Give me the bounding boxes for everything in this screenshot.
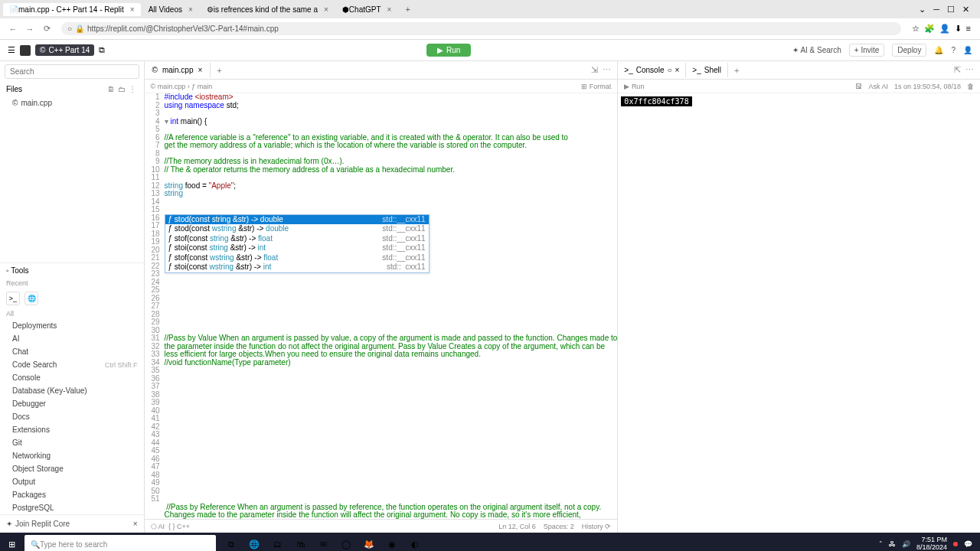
add-tab-button[interactable]: +: [211, 66, 227, 75]
store-icon[interactable]: 🛍: [289, 533, 311, 551]
sidebar-item-deployments[interactable]: Deployments: [0, 319, 144, 332]
minimize-icon[interactable]: ─: [933, 5, 939, 15]
autocomplete-item[interactable]: ƒ stof(const wstring &str) -> floatstd::…: [165, 253, 429, 263]
browser-tab-chatgpt[interactable]: ⬢ ChatGPT×: [336, 3, 398, 16]
tray-chevron-icon[interactable]: ˄: [879, 540, 883, 548]
new-file-icon[interactable]: 🗎: [106, 85, 116, 93]
autocomplete-item[interactable]: ƒ stof(const string &str) -> floatstd::_…: [165, 234, 429, 244]
autocomplete-item[interactable]: ƒ stoi(const wstring &str) -> intstd:: c…: [165, 262, 429, 272]
run-button[interactable]: ▶ Run: [426, 44, 471, 57]
account-icon[interactable]: 👤: [939, 24, 950, 34]
help-icon[interactable]: ?: [951, 46, 956, 54]
reload-button[interactable]: ⟳: [38, 21, 55, 37]
autocomplete-popup[interactable]: ƒ stod(const string &str) -> doublestd::…: [165, 214, 430, 273]
browser-tab-videos[interactable]: All Videos×: [142, 3, 199, 16]
sidebar-item-networking[interactable]: Networking: [0, 449, 144, 462]
download-icon[interactable]: ⬇: [955, 24, 962, 34]
sidebar-item-packages[interactable]: Packages: [0, 488, 144, 501]
sidebar-item-git[interactable]: Git: [0, 436, 144, 449]
firefox-icon[interactable]: 🦊: [358, 533, 380, 551]
avatar[interactable]: 👤: [963, 46, 972, 54]
app2-icon[interactable]: ◉: [381, 533, 403, 551]
more-icon[interactable]: ⋯: [965, 65, 974, 75]
maximize-icon[interactable]: ☐: [947, 5, 955, 15]
lang-status[interactable]: { } C++: [168, 523, 190, 530]
trash-icon[interactable]: 🗑: [967, 83, 974, 90]
sidebar-item-ai[interactable]: AI: [0, 332, 144, 345]
code-editor[interactable]: 1234567891011121314151617181920212223242…: [145, 93, 618, 519]
close-icon[interactable]: ×: [133, 520, 138, 528]
ask-ai-button[interactable]: Ask AI: [868, 83, 888, 90]
cursor-position[interactable]: Ln 12, Col 6: [498, 523, 536, 530]
close-icon[interactable]: ×: [130, 5, 135, 14]
sidebar-item-object-storage[interactable]: Object Storage: [0, 462, 144, 475]
forward-button[interactable]: →: [21, 21, 38, 37]
file-tab-main[interactable]: © main.cpp ×: [145, 63, 211, 77]
notifications-icon[interactable]: 💬: [964, 540, 972, 548]
sidebar-item-chat[interactable]: Chat: [0, 345, 144, 358]
notifications-icon[interactable]: 🔔: [934, 46, 943, 54]
mail-icon[interactable]: ✉: [312, 533, 334, 551]
sidebar-item-debugger[interactable]: Debugger: [0, 397, 144, 410]
steam-icon[interactable]: ◐: [404, 533, 426, 551]
close-icon[interactable]: ×: [675, 66, 680, 74]
sidebar-item-docs[interactable]: Docs: [0, 410, 144, 423]
code-body[interactable]: #include <iostream> using namespace std;…: [165, 93, 618, 519]
close-icon[interactable]: ×: [387, 5, 392, 14]
tab-shell[interactable]: >_Shell: [686, 63, 728, 77]
close-icon[interactable]: ×: [198, 66, 202, 74]
autocomplete-item[interactable]: ƒ stoi(const string &str) -> intstd::__c…: [165, 243, 429, 253]
more-icon[interactable]: ⋯: [603, 65, 611, 75]
extensions-icon[interactable]: 🧩: [924, 24, 935, 34]
search-input[interactable]: [5, 64, 139, 79]
shell-tool-icon[interactable]: >_: [6, 292, 20, 305]
close-icon[interactable]: ×: [188, 5, 193, 14]
format-button[interactable]: ⊞ Format: [581, 83, 611, 90]
chevron-down-icon[interactable]: ⌄: [919, 5, 926, 15]
project-selector[interactable]: © C++ Part 14: [35, 44, 94, 56]
menu-icon[interactable]: ≡: [966, 24, 971, 34]
close-window-icon[interactable]: ✕: [962, 5, 969, 15]
sidebar-item-extensions[interactable]: Extensions: [0, 423, 144, 436]
globe-tool-icon[interactable]: 🌐: [24, 292, 38, 305]
join-replit-core[interactable]: ✦ Join Replit Core×: [0, 514, 144, 533]
ai-search-button[interactable]: ✦ AI & Search: [792, 46, 841, 54]
breadcrumb-file[interactable]: © main.cpp: [151, 83, 186, 90]
explorer-icon[interactable]: 🗂: [266, 533, 288, 551]
spaces-setting[interactable]: Spaces: 2: [544, 523, 574, 530]
ai-status[interactable]: ⬡ AI: [151, 523, 165, 530]
save-icon[interactable]: 🖫: [855, 83, 862, 90]
copy-icon[interactable]: ⧉: [99, 45, 105, 55]
star-icon[interactable]: ☆: [912, 24, 920, 34]
sidebar-item-output[interactable]: Output: [0, 475, 144, 488]
network-icon[interactable]: 🖧: [889, 540, 896, 548]
split-icon[interactable]: ⇲: [591, 65, 598, 75]
console-output[interactable]: 0x7ffc804cf378: [618, 93, 980, 533]
taskbar-search[interactable]: 🔍 Type here to search: [24, 535, 216, 551]
add-tab-button[interactable]: +: [399, 5, 416, 14]
tab-console[interactable]: >_Console ○ ×: [618, 63, 686, 77]
breadcrumb-symbol[interactable]: ƒ main: [191, 83, 212, 90]
run-indicator[interactable]: ▶ Run: [624, 83, 644, 90]
sidebar-item-code-search[interactable]: Code SearchCtrl Shift F: [0, 358, 144, 371]
volume-icon[interactable]: 🔊: [902, 540, 910, 548]
autocomplete-item[interactable]: ƒ stod(const wstring &str) -> doublestd:…: [165, 224, 429, 234]
url-bar[interactable]: ○🔒https://replit.com/@ChristopherVel3/C-…: [61, 22, 901, 35]
sidebar-item-postgresql[interactable]: PostgreSQL: [0, 501, 144, 514]
sidebar-item-database[interactable]: Database (Key-Value): [0, 384, 144, 397]
menu-icon[interactable]: ☰: [8, 45, 15, 55]
expand-icon[interactable]: ⇱: [954, 65, 961, 75]
history-button[interactable]: History ⟳: [582, 523, 612, 530]
invite-button[interactable]: + Invite: [849, 44, 885, 57]
new-folder-icon[interactable]: 🗀: [116, 85, 127, 93]
replit-logo[interactable]: [20, 45, 31, 56]
browser-tab-refs[interactable]: ⚙ is refrences kind of the same a×: [201, 3, 335, 16]
file-item-main[interactable]: © main.cpp: [0, 96, 144, 109]
more-icon[interactable]: ⋮: [127, 85, 138, 93]
sidebar-item-console[interactable]: Console: [0, 371, 144, 384]
task-view-icon[interactable]: ⧉: [220, 533, 242, 551]
back-button[interactable]: ←: [5, 21, 21, 37]
deploy-button[interactable]: Deploy: [892, 44, 926, 57]
add-tab-button[interactable]: +: [728, 66, 745, 75]
autocomplete-item[interactable]: ƒ stod(const string &str) -> doublestd::…: [165, 215, 429, 225]
